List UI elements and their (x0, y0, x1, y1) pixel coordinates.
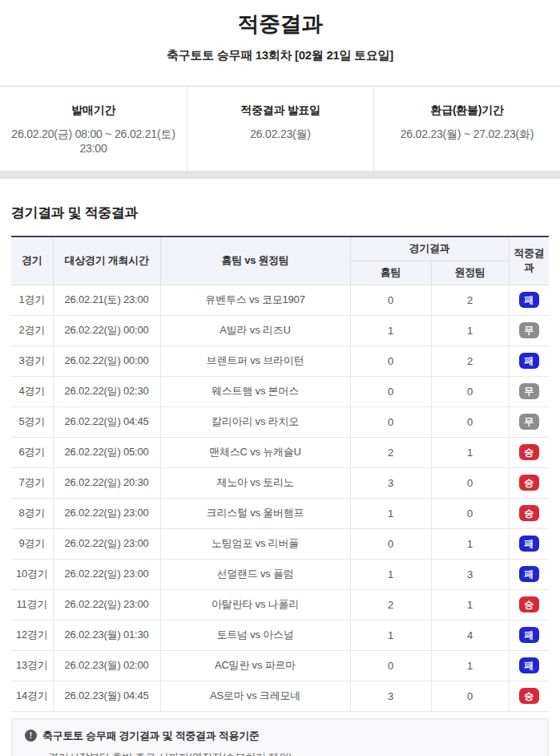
table-row: 10경기26.02.22(일) 23:00선덜랜드 vs 풀럼13패 (11, 559, 549, 589)
table-row: 9경기26.02.22(일) 23:00노팅엄포 vs 리버풀01패 (11, 528, 549, 559)
cell-game: 4경기 (11, 376, 53, 406)
results-table-body: 1경기26.02.21(토) 23:00유벤투스 vs 코모190702패2경기… (11, 285, 549, 711)
cell-hit: 패 (509, 650, 549, 681)
table-row: 5경기26.02.22(일) 04:45칼리아리 vs 라치오00무 (11, 406, 549, 437)
cell-hit: 승 (509, 467, 549, 498)
table-row: 6경기26.02.22(일) 05:00맨체스C vs 뉴캐슬U21승 (11, 437, 549, 467)
cell-time: 26.02.22(일) 23:00 (53, 589, 160, 620)
hit-result-badge: 패 (519, 566, 539, 582)
cell-time: 26.02.22(일) 23:00 (53, 498, 160, 528)
cell-teams: 제노아 vs 토리노 (160, 467, 350, 498)
cell-teams: 유벤투스 vs 코모1907 (160, 285, 350, 315)
cell-home: 2 (350, 589, 431, 620)
cell-home: 1 (350, 559, 431, 589)
cell-time: 26.02.22(일) 00:00 (53, 346, 160, 376)
info-exclamation-icon: ! (25, 730, 37, 742)
hit-result-badge: 패 (519, 353, 539, 369)
cell-home: 3 (350, 467, 431, 498)
cell-away: 0 (431, 406, 509, 437)
cell-hit: 패 (509, 346, 549, 376)
section-divider (0, 171, 560, 179)
cell-time: 26.02.23(월) 04:45 (53, 681, 160, 711)
notice-line: - 경기시작부터 후반 종료 시까지(연장전/승부차기 제외) (42, 750, 535, 756)
hit-result-badge: 패 (519, 292, 539, 308)
cell-game: 2경기 (11, 315, 53, 346)
cell-time: 26.02.23(월) 02:00 (53, 650, 160, 681)
cell-teams: 크리스털 vs 울버햄프 (160, 498, 350, 528)
hit-result-badge: 무 (519, 383, 539, 399)
cell-home: 0 (350, 406, 431, 437)
col-header-teams: 홈팀 vs 원정팀 (160, 237, 350, 285)
hit-result-badge: 승 (519, 596, 539, 612)
info-label: 환급(환불)기간 (381, 103, 554, 118)
cell-time: 26.02.22(일) 20:30 (53, 467, 160, 498)
cell-game: 9경기 (11, 528, 53, 559)
cell-hit: 승 (509, 589, 549, 620)
cell-away: 1 (431, 315, 509, 346)
cell-home: 0 (350, 285, 431, 315)
info-value: 26.02.23(월) (194, 127, 367, 142)
hit-result-badge: 승 (519, 444, 539, 460)
table-row: 14경기26.02.23(월) 04:45AS로마 vs 크레모네30승 (11, 681, 549, 711)
cell-teams: 맨체스C vs 뉴캐슬U (160, 437, 350, 467)
cell-home: 1 (350, 498, 431, 528)
cell-game: 7경기 (11, 467, 53, 498)
cell-home: 1 (350, 315, 431, 346)
cell-home: 3 (350, 681, 431, 711)
cell-time: 26.02.22(일) 05:00 (53, 437, 160, 467)
table-row: 11경기26.02.22(일) 23:00아탈란타 vs 나폴리21승 (11, 589, 549, 620)
cell-away: 2 (431, 346, 509, 376)
cell-teams: AS로마 vs 크레모네 (160, 681, 350, 711)
results-section: 경기결과 및 적중결과 경기 대상경기 개최시간 홈팀 vs 원정팀 경기결과 … (0, 204, 560, 712)
table-row: 8경기26.02.22(일) 23:00크리스털 vs 울버햄프10승 (11, 498, 549, 528)
hit-result-badge: 패 (519, 657, 539, 673)
col-header-hit: 적중결과 (509, 237, 549, 285)
cell-away: 0 (431, 376, 509, 406)
cell-away: 2 (431, 285, 509, 315)
cell-time: 26.02.22(일) 04:45 (53, 406, 160, 437)
hit-result-badge: 패 (519, 536, 539, 552)
col-header-home: 홈팀 (350, 261, 431, 285)
hit-result-badge: 패 (519, 627, 539, 643)
page-subtitle: 축구토토 승무패 13회차 [02월 21일 토요일] (0, 48, 560, 63)
cell-game: 10경기 (11, 559, 53, 589)
cell-game: 11경기 (11, 589, 53, 620)
cell-game: 6경기 (11, 437, 53, 467)
cell-time: 26.02.22(일) 23:00 (53, 528, 160, 559)
cell-away: 0 (431, 681, 509, 711)
cell-away: 0 (431, 467, 509, 498)
cell-home: 0 (350, 528, 431, 559)
cell-teams: 노팅엄포 vs 리버풀 (160, 528, 350, 559)
cell-game: 13경기 (11, 650, 53, 681)
table-row: 2경기26.02.22(일) 00:00A빌라 vs 리즈U11무 (11, 315, 549, 346)
cell-game: 3경기 (11, 346, 53, 376)
col-header-time: 대상경기 개최시간 (53, 237, 160, 285)
hit-result-badge: 승 (519, 505, 539, 521)
sale-info-strip: 발매기간 26.02.20(금) 08:00 ~ 26.02.21(토) 23:… (0, 86, 560, 171)
cell-hit: 승 (509, 681, 549, 711)
table-row: 7경기26.02.22(일) 20:30제노아 vs 토리노30승 (11, 467, 549, 498)
cell-home: 0 (350, 346, 431, 376)
cell-away: 1 (431, 589, 509, 620)
info-label: 적중결과 발표일 (194, 103, 367, 118)
cell-away: 1 (431, 650, 509, 681)
hit-result-badge: 무 (519, 322, 539, 338)
cell-home: 2 (350, 437, 431, 467)
table-row: 13경기26.02.23(월) 02:00AC밀란 vs 파르마01패 (11, 650, 549, 681)
cell-hit: 패 (509, 285, 549, 315)
notice-title-row: ! 축구토토 승무패 경기결과 및 적중결과 적용기준 (25, 729, 535, 743)
cell-time: 26.02.23(월) 01:30 (53, 620, 160, 650)
cell-teams: 칼리아리 vs 라치오 (160, 406, 350, 437)
page-title: 적중결과 (0, 11, 560, 37)
info-value: 26.02.23(월) ~ 27.02.23(화) (381, 127, 554, 142)
cell-teams: 선덜랜드 vs 풀럼 (160, 559, 350, 589)
cell-time: 26.02.21(토) 23:00 (53, 285, 160, 315)
hit-result-badge: 승 (519, 475, 539, 491)
cell-home: 0 (350, 650, 431, 681)
cell-game: 8경기 (11, 498, 53, 528)
cell-game: 1경기 (11, 285, 53, 315)
table-row: 4경기26.02.22(일) 02:30웨스트햄 vs 본머스00무 (11, 376, 549, 406)
notice-box: ! 축구토토 승무패 경기결과 및 적중결과 적용기준 - 경기시작부터 후반 … (11, 718, 549, 756)
info-cell-refund-period: 환급(환불)기간 26.02.23(월) ~ 27.02.23(화) (373, 87, 560, 171)
cell-away: 3 (431, 559, 509, 589)
